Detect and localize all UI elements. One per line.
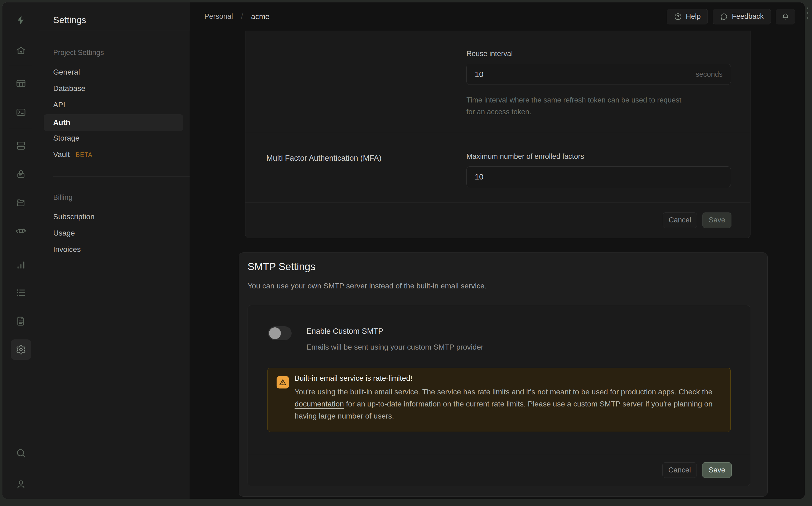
sidebar-item-storage[interactable]: Storage (53, 134, 79, 143)
smtp-title: SMTP Settings (247, 261, 315, 273)
sidebar-item-database[interactable]: Database (53, 84, 85, 93)
app-window: Settings Project Settings General Databa… (2, 2, 805, 499)
breadcrumb-org[interactable]: Personal (204, 12, 233, 21)
frame-dot (807, 7, 808, 9)
auth-cancel-button[interactable]: Cancel (663, 213, 697, 228)
frame-dot (807, 17, 808, 19)
smtp-settings-panel: SMTP Settings You can use your own SMTP … (239, 252, 768, 497)
storage-icon[interactable] (16, 197, 26, 208)
header-actions: Help Feedback (667, 9, 795, 24)
auth-settings-card: Reuse interval 10 seconds Time interval … (245, 30, 750, 238)
auth-icon[interactable] (16, 169, 26, 179)
mfa-section-label: Multi Factor Authentication (MFA) (267, 154, 382, 163)
enable-smtp-description: Emails will be sent using your custom SM… (306, 343, 483, 351)
gear-icon (16, 344, 26, 355)
sidebar-header: Settings (40, 2, 190, 31)
search-icon[interactable] (16, 448, 26, 458)
documentation-link[interactable]: documentation (295, 400, 344, 408)
supabase-logo-icon[interactable] (16, 15, 26, 25)
smtp-save-button[interactable]: Save (702, 462, 732, 478)
icon-rail (2, 2, 40, 499)
table-editor-icon[interactable] (16, 78, 26, 89)
speech-bubble-icon (720, 13, 728, 21)
sidebar-item-general[interactable]: General (53, 68, 80, 76)
sidebar-group-billing: Billing (53, 193, 73, 202)
frame-dot (807, 12, 808, 14)
smtp-card-footer: Cancel Save (248, 454, 750, 486)
top-header: Personal / acme Help Feedback (190, 2, 805, 31)
card-divider (245, 132, 750, 132)
logs-icon[interactable] (16, 287, 26, 298)
auth-card-footer: Cancel Save (245, 202, 750, 238)
rate-limit-warning: Built-in email service is rate-limited! … (268, 368, 731, 432)
smtp-cancel-button[interactable]: Cancel (662, 462, 697, 478)
reports-icon[interactable] (16, 259, 26, 270)
main-content: Reuse interval 10 seconds Time interval … (190, 30, 805, 499)
breadcrumb: Personal / acme (204, 12, 270, 21)
auth-save-button[interactable]: Save (703, 213, 731, 228)
api-docs-icon[interactable] (16, 316, 26, 327)
sidebar-divider (53, 176, 190, 177)
feedback-button[interactable]: Feedback (713, 9, 771, 24)
help-circle-icon (674, 13, 682, 21)
warning-title: Built-in email service is rate-limited! (295, 374, 719, 383)
account-icon[interactable] (16, 479, 26, 490)
sidebar-item-auth[interactable]: Auth (44, 114, 183, 131)
home-icon[interactable] (16, 45, 26, 56)
page-title: Settings (53, 15, 86, 25)
smtp-card: Enable Custom SMTP Emails will be sent u… (247, 305, 750, 486)
sidebar-item-usage[interactable]: Usage (53, 229, 75, 238)
toggle-knob (269, 327, 281, 339)
project-settings-active[interactable] (11, 339, 31, 360)
reuse-interval-unit: seconds (695, 70, 723, 79)
enable-smtp-toggle[interactable] (268, 326, 292, 340)
breadcrumb-project[interactable]: acme (251, 12, 269, 21)
reuse-interval-help: Time interval where the same refresh tok… (466, 94, 689, 118)
settings-sidebar: Settings Project Settings General Databa… (40, 2, 190, 499)
realtime-icon[interactable] (16, 226, 26, 236)
bell-icon (782, 13, 790, 21)
warning-body: You're using the built-in email service.… (295, 386, 719, 422)
mfa-field-label: Maximum number of enrolled factors (466, 152, 584, 161)
sidebar-item-subscription[interactable]: Subscription (53, 213, 94, 221)
reuse-interval-label: Reuse interval (466, 50, 513, 58)
enable-smtp-label: Enable Custom SMTP (306, 327, 383, 336)
breadcrumb-separator: / (241, 12, 243, 21)
reuse-interval-input[interactable]: 10 seconds (466, 64, 731, 85)
sidebar-item-vault[interactable]: VaultBETA (53, 150, 92, 159)
sql-editor-icon[interactable] (16, 107, 26, 117)
rail-divider (9, 128, 32, 128)
sidebar-item-invoices[interactable]: Invoices (53, 245, 81, 254)
database-icon[interactable] (16, 140, 26, 151)
help-button[interactable]: Help (667, 9, 708, 24)
sidebar-group-project-settings: Project Settings (53, 49, 104, 57)
smtp-subtitle: You can use your own SMTP server instead… (247, 282, 487, 290)
rail-divider (9, 248, 32, 248)
warning-triangle-icon (277, 376, 289, 389)
sidebar-item-api[interactable]: API (53, 101, 65, 109)
beta-badge: BETA (76, 151, 92, 158)
notifications-button[interactable] (776, 9, 795, 24)
rail-divider (9, 65, 32, 65)
warning-text: Built-in email service is rate-limited! … (295, 374, 719, 422)
mfa-max-factors-input[interactable]: 10 (466, 166, 731, 187)
